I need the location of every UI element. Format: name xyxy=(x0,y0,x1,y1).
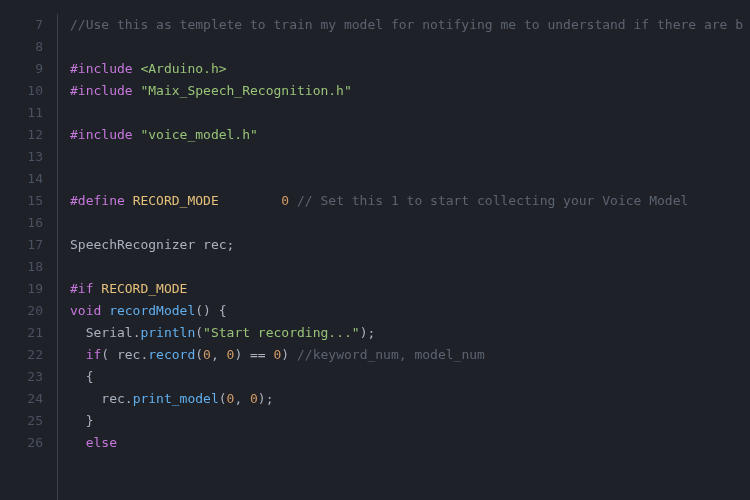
line-number: 8 xyxy=(0,36,43,58)
line-number: 19 xyxy=(0,278,43,300)
token-comment: //keyword_num, model_num xyxy=(297,347,485,362)
token-punct xyxy=(70,347,86,362)
code-line[interactable]: void recordModel() { xyxy=(70,300,750,322)
token-number: 0 xyxy=(281,193,289,208)
code-line[interactable] xyxy=(70,256,750,278)
token-punct: { xyxy=(70,369,93,384)
line-number: 20 xyxy=(0,300,43,322)
line-number: 16 xyxy=(0,212,43,234)
token-keyword: else xyxy=(86,435,117,450)
line-number: 25 xyxy=(0,410,43,432)
code-area[interactable]: //Use this as templete to train my model… xyxy=(58,14,750,500)
line-number: 23 xyxy=(0,366,43,388)
line-number: 18 xyxy=(0,256,43,278)
token-punct xyxy=(70,391,101,406)
token-preproc: #include xyxy=(70,127,140,142)
code-line[interactable]: #include <Arduino.h> xyxy=(70,58,750,80)
token-punct: , xyxy=(234,391,250,406)
line-number: 10 xyxy=(0,80,43,102)
line-number: 21 xyxy=(0,322,43,344)
token-ident: Serial xyxy=(86,325,133,340)
token-ident: rec xyxy=(117,347,140,362)
line-number: 17 xyxy=(0,234,43,256)
code-line[interactable]: //Use this as templete to train my model… xyxy=(70,14,750,36)
token-punct: ; xyxy=(227,237,235,252)
code-line[interactable]: if( rec.record(0, 0) == 0) //keyword_num… xyxy=(70,344,750,366)
token-preproc: #define xyxy=(70,193,133,208)
token-punct: ); xyxy=(258,391,274,406)
code-line[interactable]: { xyxy=(70,366,750,388)
token-ident: rec xyxy=(101,391,124,406)
token-punct: () { xyxy=(195,303,226,318)
token-preproc: #include xyxy=(70,83,140,98)
token-preproc: #include xyxy=(70,61,140,76)
code-line[interactable] xyxy=(70,102,750,124)
code-line[interactable]: SpeechRecognizer rec; xyxy=(70,234,750,256)
token-define: RECORD_MODE xyxy=(133,193,282,208)
token-punct: . xyxy=(125,391,133,406)
token-funcname: print_model xyxy=(133,391,219,406)
code-line[interactable]: #define RECORD_MODE 0 // Set this 1 to s… xyxy=(70,190,750,212)
token-keyword: void xyxy=(70,303,109,318)
token-string: "Start recording..." xyxy=(203,325,360,340)
token-funcname: println xyxy=(140,325,195,340)
token-funcname: recordModel xyxy=(109,303,195,318)
code-line[interactable]: else xyxy=(70,432,750,454)
line-number-gutter: 7891011121314151617181920212223242526 xyxy=(0,14,58,500)
code-line[interactable] xyxy=(70,212,750,234)
token-punct: ) xyxy=(281,347,297,362)
code-line[interactable] xyxy=(70,36,750,58)
token-punct: ( xyxy=(195,347,203,362)
code-line[interactable]: } xyxy=(70,410,750,432)
token-ident: rec xyxy=(203,237,226,252)
token-funcname: record xyxy=(148,347,195,362)
token-punct: ); xyxy=(360,325,376,340)
code-line[interactable]: #include "Maix_Speech_Recognition.h" xyxy=(70,80,750,102)
token-header: <Arduino.h> xyxy=(140,61,226,76)
token-punct xyxy=(289,193,297,208)
line-number: 9 xyxy=(0,58,43,80)
line-number: 15 xyxy=(0,190,43,212)
line-number: 22 xyxy=(0,344,43,366)
line-number: 7 xyxy=(0,14,43,36)
code-editor[interactable]: 7891011121314151617181920212223242526 //… xyxy=(0,0,750,500)
code-line[interactable] xyxy=(70,146,750,168)
token-punct: ( xyxy=(219,391,227,406)
code-line[interactable]: #include "voice_model.h" xyxy=(70,124,750,146)
line-number: 11 xyxy=(0,102,43,124)
token-define: RECORD_MODE xyxy=(101,281,187,296)
token-comment: // Set this 1 to start collecting your V… xyxy=(297,193,688,208)
line-number: 12 xyxy=(0,124,43,146)
line-number: 14 xyxy=(0,168,43,190)
token-number: 0 xyxy=(250,391,258,406)
code-line[interactable]: rec.print_model(0, 0); xyxy=(70,388,750,410)
line-number: 26 xyxy=(0,432,43,454)
token-type: SpeechRecognizer xyxy=(70,237,203,252)
token-punct: , xyxy=(211,347,227,362)
token-punct: ) == xyxy=(234,347,273,362)
code-line[interactable]: Serial.println("Start recording..."); xyxy=(70,322,750,344)
code-line[interactable] xyxy=(70,168,750,190)
token-string: "Maix_Speech_Recognition.h" xyxy=(140,83,351,98)
token-punct: ( xyxy=(101,347,117,362)
line-number: 24 xyxy=(0,388,43,410)
token-keyword: if xyxy=(86,347,102,362)
token-preproc: #if xyxy=(70,281,101,296)
token-punct: } xyxy=(70,413,93,428)
token-punct xyxy=(70,435,86,450)
token-comment: //Use this as templete to train my model… xyxy=(70,17,743,32)
code-line[interactable]: #if RECORD_MODE xyxy=(70,278,750,300)
token-punct xyxy=(70,325,86,340)
token-number: 0 xyxy=(203,347,211,362)
token-string: "voice_model.h" xyxy=(140,127,257,142)
token-punct: ( xyxy=(195,325,203,340)
line-number: 13 xyxy=(0,146,43,168)
